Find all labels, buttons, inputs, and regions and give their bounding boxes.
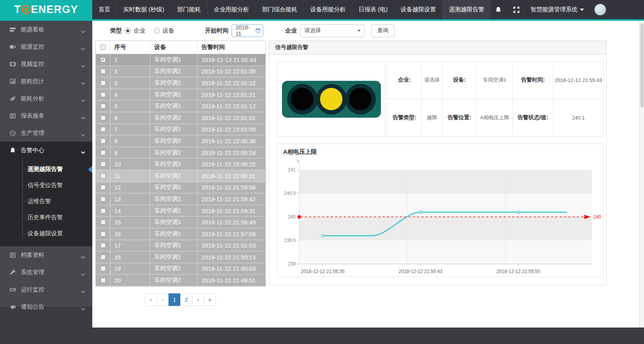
sidebar-item-production-mgmt[interactable]: 生产管理 — [0, 124, 92, 142]
avatar[interactable] — [594, 4, 606, 16]
row-checkbox[interactable] — [101, 115, 106, 120]
page-button[interactable]: « — [145, 293, 157, 306]
table-row[interactable]: 19 车间空调1 2018-11-22 21:50:03 — [96, 263, 265, 275]
page-button[interactable]: ‹ — [157, 293, 169, 306]
top-nav-item[interactable]: 企业用能分析 — [207, 0, 256, 19]
vertical-scrollbar[interactable] — [639, 21, 644, 328]
table-row[interactable]: 16 车间空调1 2018-11-22 21:57:59 — [96, 228, 265, 240]
top-nav-item[interactable]: 设备越限设置 — [394, 0, 443, 19]
row-checkbox[interactable] — [101, 208, 106, 213]
sidebar-item-notices[interactable]: 通知公告 — [0, 298, 92, 315]
row-checkbox[interactable] — [101, 278, 106, 283]
sidebar-item-archives[interactable]: 档案资料 — [0, 246, 92, 264]
table-row[interactable]: 2 车间空调2 2018-11-22 22:01:35 — [96, 66, 265, 78]
query-button[interactable]: 查询 — [371, 24, 395, 37]
bell-icon[interactable] — [494, 6, 502, 14]
sidebar-item-energy-stats[interactable]: 能耗统计 — [0, 73, 92, 90]
calendar-icon[interactable] — [256, 28, 260, 33]
system-menu[interactable]: 智慧能源管理系统 — [531, 6, 584, 13]
table-row[interactable]: 6 车间空调2 2018-11-22 22:01:01 — [96, 112, 265, 124]
row-checkbox[interactable] — [101, 92, 106, 97]
sidebar-subitem[interactable]: 信号变位告警 — [0, 177, 92, 193]
cell-device: 车间空调1 — [150, 217, 198, 228]
type-radio[interactable]: 设备 — [154, 27, 174, 35]
top-nav-item[interactable]: 日报表 (电) — [352, 0, 394, 19]
sidebar-subitem[interactable]: 运维告警 — [0, 193, 92, 209]
row-checkbox[interactable] — [101, 127, 106, 132]
row-checkbox[interactable] — [101, 104, 106, 109]
table-row[interactable]: 18 车间空调1 2018-11-22 21:50:13 — [96, 251, 265, 263]
sidebar-item-energy-analysis[interactable]: 能耗分析 — [0, 90, 92, 107]
row-checkbox[interactable] — [101, 185, 106, 190]
sidebar-item-energy-monitor[interactable]: 能源监控 — [0, 38, 92, 55]
sidebar-item-system-mgmt[interactable]: 系统管理 — [0, 264, 92, 281]
top-nav-item[interactable]: 首页 — [92, 0, 117, 19]
table-row[interactable]: 4 车间空调1 2018-11-22 22:01:21 — [96, 89, 265, 101]
table-row[interactable]: 20 车间空调2 2018-11-22 21:49:51 — [96, 275, 265, 286]
row-checkbox[interactable] — [101, 255, 106, 260]
radio-icon[interactable] — [125, 28, 131, 34]
row-checkbox[interactable] — [101, 69, 106, 74]
table-row[interactable]: 9 车间空调2 2018-11-22 22:00:24 — [96, 147, 265, 159]
chevron-down-icon — [81, 253, 85, 257]
top-nav-item[interactable]: 部门综合能耗 — [256, 0, 304, 19]
row-checkbox[interactable] — [101, 162, 106, 167]
sidebar-item-report-service[interactable]: 报表服务 — [0, 107, 92, 124]
chevron-down-icon — [81, 149, 85, 152]
sidebar-item-operation-monitor[interactable]: 运行监控 — [0, 281, 92, 298]
table-row[interactable]: 15 车间空调1 2018-11-22 21:58:49 — [96, 217, 265, 228]
table-row[interactable]: 13 车间空调1 2018-11-22 21:59:42 — [96, 193, 265, 205]
table-row[interactable]: 12 车间空调2 2018-11-22 21:59:58 — [96, 182, 265, 194]
cell-device: 车间空调2 — [150, 112, 198, 124]
threshold-label: 240 — [593, 214, 601, 220]
row-checkbox[interactable] — [101, 243, 106, 248]
row-checkbox[interactable] — [101, 173, 106, 178]
top-nav-item[interactable]: 部门能耗 — [171, 0, 207, 19]
sidebar-subitem[interactable]: 历史事件告警 — [0, 209, 92, 226]
x-tick: 2018-12-12 21:55:35 — [301, 269, 345, 274]
table-row[interactable]: 11 车间空调2 2018-11-22 22:00:11 — [96, 170, 265, 182]
type-radio[interactable]: 企业 — [125, 27, 145, 35]
row-checkbox[interactable] — [101, 138, 106, 144]
radio-icon[interactable] — [154, 28, 160, 34]
row-checkbox[interactable] — [101, 197, 106, 202]
cell-time: 2018-11-22 22:00:22 — [198, 158, 265, 170]
film-icon — [9, 61, 16, 67]
sidebar-item-energy-board[interactable]: 能源看板 — [0, 21, 92, 38]
enterprise-select[interactable]: 请选择 — [300, 24, 365, 37]
page-button[interactable]: › — [192, 293, 204, 306]
top-nav-item[interactable]: 设备用能分析 — [304, 0, 352, 19]
row-checkbox[interactable] — [101, 220, 106, 225]
table-row[interactable]: 1 车间空调1 2018-12-12 21:55:43 — [96, 54, 265, 66]
table-row[interactable]: 3 车间空调2 2018-11-22 22:01:22 — [96, 77, 265, 89]
page-button[interactable]: 2 — [180, 293, 192, 306]
sidebar-item-alarm-center[interactable]: 告警中心 — [0, 142, 92, 159]
select-all-checkbox[interactable] — [101, 45, 106, 50]
top-nav-item[interactable]: 遥测越限告警 — [443, 0, 491, 19]
y-axis-unit: V — [296, 159, 300, 164]
table-row[interactable]: 17 车间空调1 2018-11-22 21:51:03 — [96, 240, 265, 252]
row-checkbox[interactable] — [101, 150, 106, 155]
cell-device: 车间空调2 — [150, 275, 198, 286]
fullscreen-icon[interactable] — [512, 6, 520, 14]
table-row[interactable]: 14 车间空调1 2018-11-22 21:59:31 — [96, 205, 265, 217]
scrollbar-thumb[interactable] — [640, 23, 644, 107]
page-button[interactable]: » — [204, 293, 216, 306]
top-nav-item[interactable]: 实时数据 (秒级) — [117, 0, 171, 19]
row-checkbox[interactable] — [101, 57, 106, 62]
row-checkbox[interactable] — [101, 266, 106, 271]
table-row[interactable]: 10 车间空调1 2018-11-22 22:00:22 — [96, 158, 265, 170]
cell-time: 2018-11-22 21:50:13 — [198, 251, 265, 263]
row-checkbox-cell — [96, 158, 110, 170]
sidebar-subitem[interactable]: 设备越限设置 — [0, 226, 92, 242]
page-button[interactable]: 1 — [168, 293, 181, 306]
sidebar-item-video-monitor[interactable]: 视频监控 — [0, 55, 92, 73]
row-checkbox[interactable] — [101, 80, 106, 86]
row-checkbox[interactable] — [101, 231, 106, 237]
table-row[interactable]: 7 车间空调1 2018-11-22 22:01:00 — [96, 124, 265, 136]
table-row[interactable]: 8 车间空调2 2018-11-22 22:00:36 — [96, 135, 265, 147]
start-time-input[interactable]: 2018-11 — [232, 24, 263, 37]
sidebar-subitem[interactable]: 遥测越限告警 — [0, 161, 92, 177]
alarm-table-body: 1 车间空调1 2018-12-12 21:55:43 2 车间空调2 2018… — [96, 54, 265, 286]
table-row[interactable]: 5 车间空调1 2018-11-22 22:01:12 — [96, 100, 265, 112]
